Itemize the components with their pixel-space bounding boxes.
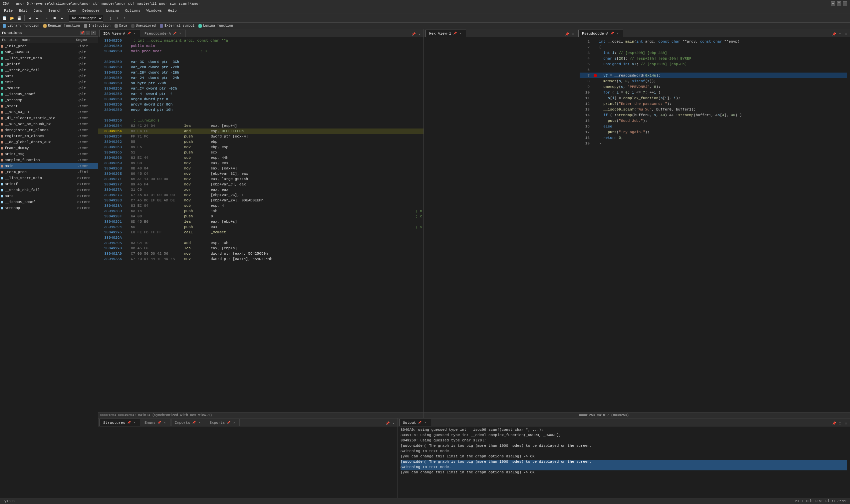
fn-item-sub8049030[interactable]: sub_8049030 .plt xyxy=(0,49,98,55)
fn-item-complex-function[interactable]: complex_function .text xyxy=(0,157,98,163)
pseudo-line-10[interactable]: 10 for ( i = 0; i <= 7; ++i ) xyxy=(580,90,847,95)
tab-exports[interactable]: Exports 📌 ✕ xyxy=(206,419,240,426)
pseudo-line-5[interactable]: 5 unsigned int v7; // [esp+3Ch] [ebp-Ch] xyxy=(580,61,847,67)
hex-tab-close-icon[interactable]: ✕ xyxy=(458,32,463,36)
asm-line-sub-esp[interactable]: 38049266 83 EC 44 sub esp, 44h xyxy=(98,155,423,160)
fn-item-do-global[interactable]: __do_global_dtors_aux .text xyxy=(0,139,98,145)
tab-pseudocode-a-top[interactable]: Pseudocode-A 📌 ✕ xyxy=(141,30,186,37)
tab-ida-view-a[interactable]: IDA View-A 📌 ✕ xyxy=(100,30,140,37)
toolbar-forward[interactable]: ▶ xyxy=(34,15,40,22)
toolbar-step-over[interactable]: ⤸ xyxy=(114,15,121,22)
debugger-dropdown[interactable]: No debugger xyxy=(69,15,103,22)
toolbar-run[interactable]: ▶ xyxy=(59,15,65,22)
asm-line[interactable]: 38049250 main proc near ; D xyxy=(98,49,423,54)
pseudo-view-max-btn[interactable]: □ xyxy=(837,32,843,37)
tab-pseudocode-a[interactable]: Pseudocode-A 📌 ✕ xyxy=(578,30,623,37)
asm-line-argc[interactable]: 38049250 argc= dword ptr 8 xyxy=(98,96,423,102)
menu-options[interactable]: Options xyxy=(123,7,143,14)
asm-line-mov-varc[interactable]: 38049277 89 45 F4 mov [ebp+var_C], eax xyxy=(98,182,423,187)
tab-hex-view-1[interactable]: Hex View-1 📌 ✕ xyxy=(426,30,466,37)
hex-view-pin-btn[interactable]: 📌 xyxy=(564,32,569,37)
functions-panel-close[interactable]: ✕ xyxy=(91,31,96,35)
fn-item-frame-dummy[interactable]: frame_dummy .text xyxy=(0,145,98,151)
fn-item-exit[interactable]: exit .plt xyxy=(0,79,98,85)
pseudo-line-14[interactable]: 14 if ( !strncmp(buffer0, s, 4u) && !str… xyxy=(580,112,847,118)
fn-item-term-proc[interactable]: _term_proc .fini xyxy=(0,169,98,175)
asm-line-mov-gs[interactable]: 38049271 65 A1 14 00 00 00 mov eax, larg… xyxy=(98,176,423,182)
output-line-7[interactable]: [autohidden] The graph is too big (more … xyxy=(400,460,847,465)
fn-item-puts-plt[interactable]: puts .plt xyxy=(0,73,98,79)
structures-content[interactable] xyxy=(98,427,398,498)
fn-item-printf[interactable]: _printf .plt xyxy=(0,61,98,67)
asm-line-var2c[interactable]: 38049250 var_2C= dword ptr -2Ch xyxy=(98,65,423,70)
asm-line-push-ebp[interactable]: 38049262 55 push ebp xyxy=(98,139,423,144)
toolbar-open[interactable]: 📂 xyxy=(8,15,15,22)
fn-item-libc-start-extern[interactable]: __libc_start_main extern xyxy=(0,175,98,181)
ida-view-content[interactable]: 38049250 ; int __cdecl main(int argc, co… xyxy=(98,37,423,412)
tab-enums[interactable]: Enums 📌 ✕ xyxy=(141,419,170,426)
asm-line-envp[interactable]: 38049250 envp= dword ptr 10h xyxy=(98,107,423,112)
asm-line-mov-ebp[interactable]: 38049263 89 E5 mov ebp, esp xyxy=(98,144,423,150)
asm-line-lea1[interactable]: 38049254 83 4C 24 04 lea ecx, [esp+4] xyxy=(98,123,423,128)
menu-edit[interactable]: Edit xyxy=(16,7,30,14)
export-tab-close[interactable]: ✕ xyxy=(232,421,236,425)
struct-tab-close[interactable]: ✕ xyxy=(132,421,137,425)
pseudo-line-2[interactable]: 2 { xyxy=(580,44,847,50)
struct-close-btn[interactable]: ✕ xyxy=(391,421,396,426)
fn-item-x86-set-pc[interactable]: __x86_set_pc_thunk_bx .text xyxy=(0,121,98,127)
fn-item-scanf-plt[interactable]: __isoc99_scanf .plt xyxy=(0,91,98,97)
tab-close-pseudo[interactable]: ✕ xyxy=(178,32,182,36)
asm-line-mov-ppbv[interactable]: 380492A0 C7 00 50 50 42 56 mov dword ptr… xyxy=(98,251,423,256)
menu-view[interactable]: View xyxy=(65,7,79,14)
pseudo-content[interactable]: 1 int __cdecl main(int argc, const char … xyxy=(577,37,850,412)
toolbar-save[interactable]: 💾 xyxy=(16,15,23,22)
menu-lumina[interactable]: Lumina xyxy=(103,7,122,14)
fn-item-deregister[interactable]: deregister_tm_clones .text xyxy=(0,127,98,133)
toolbar-new[interactable]: 📄 xyxy=(1,15,8,22)
asm-line-and[interactable]: 38049254 83 E4 F0 and esp, 0FFFFFFF0h xyxy=(98,128,423,134)
output-line-8[interactable]: Switching to text mode. xyxy=(400,465,847,470)
output-content[interactable]: 8049A0: using guessed type int __isoc99_… xyxy=(398,427,850,498)
menu-file[interactable]: File xyxy=(1,7,15,14)
fn-item-scanf-extern[interactable]: __isoc99_scanf extern xyxy=(0,199,98,205)
output-max-btn[interactable]: □ xyxy=(837,421,843,426)
import-tab-close[interactable]: ✕ xyxy=(197,421,201,425)
asm-line-unwind[interactable]: 38049250 ; __unwind { xyxy=(98,118,423,123)
pseudo-view-pin-btn[interactable]: 📌 xyxy=(831,32,837,37)
asm-line-var28[interactable]: 38049250 var_28= dword ptr -28h xyxy=(98,70,423,75)
fn-item-dl-relocate[interactable]: _dl_relocate_static_pie .text xyxy=(0,115,98,121)
hex-view-content[interactable] xyxy=(424,37,577,412)
asm-line-lea-s2[interactable]: 3804929D 8D 45 E0 lea eax, [ebp+s] xyxy=(98,246,423,251)
pseudo-line-18[interactable]: 18 return 0; xyxy=(580,135,847,141)
pseudo-line-1[interactable]: 1 int __cdecl main(int argc, const char … xyxy=(580,39,847,44)
close-button[interactable]: ✕ xyxy=(843,1,847,6)
pseudo-line-19[interactable]: 19 } xyxy=(580,141,847,146)
maximize-button[interactable]: □ xyxy=(837,1,842,6)
fn-item-strncmp-extern[interactable]: strncmp extern xyxy=(0,205,98,211)
fn-item-x8664[interactable]: __x86_64_ED .text xyxy=(0,109,98,115)
toolbar-stop[interactable]: ⏹ xyxy=(51,15,58,22)
tab-close-icon[interactable]: ✕ xyxy=(132,32,137,36)
fn-item-stack-chk-extern[interactable]: __stack_chk_fail extern xyxy=(0,187,98,193)
asm-line-push-ecx[interactable]: 3804925F FF 71 FC push dword ptr [ecx-4] xyxy=(98,134,423,139)
pseudo-view-close-btn[interactable]: ✕ xyxy=(843,32,849,37)
hex-view-close-btn[interactable]: ✕ xyxy=(570,32,576,37)
pseudo-line-4[interactable]: 4 char s[20]; // [esp+28h] [ebp-20h] BYR… xyxy=(580,56,847,61)
asm-line-push-eax[interactable]: 38049294 50 push eax ; s xyxy=(98,224,423,230)
pseudo-line-15[interactable]: 15 puts("Good Job."); xyxy=(580,118,847,124)
pseudo-line-3[interactable]: 3 int i; // [esp+20h] [ebp-28h] xyxy=(580,50,847,56)
pseudo-line-16[interactable]: 16 else xyxy=(580,124,847,129)
struct-pin-btn[interactable]: 📌 xyxy=(385,421,390,426)
asm-line-xor[interactable]: 3804927A 31 C0 xor eax, eax xyxy=(98,187,423,193)
pseudo-line-11[interactable]: 11 s[i] = complex_function(s[i], i); xyxy=(580,95,847,101)
asm-line-push-0[interactable]: 3804928F 6A 00 push 0 ; c xyxy=(98,214,423,219)
fn-item-libc-start[interactable]: __libc_start_main .plt xyxy=(0,55,98,61)
fn-item-puts-extern[interactable]: puts extern xyxy=(0,193,98,199)
asm-line-add-esp[interactable]: 3804929A 83 C4 10 add esp, 10h xyxy=(98,240,423,246)
asm-line-sub-esp2[interactable]: 3804928A 83 EC 04 sub esp, 4 xyxy=(98,203,423,209)
output-pin-btn[interactable]: 📌 xyxy=(831,421,837,426)
toolbar-back[interactable]: ◀ xyxy=(26,15,33,22)
menu-search[interactable]: Search xyxy=(46,7,64,14)
fn-item-print-msg[interactable]: print_msg .text xyxy=(0,151,98,157)
fn-item-strncmp-plt[interactable]: _strncmp .plt xyxy=(0,97,98,103)
